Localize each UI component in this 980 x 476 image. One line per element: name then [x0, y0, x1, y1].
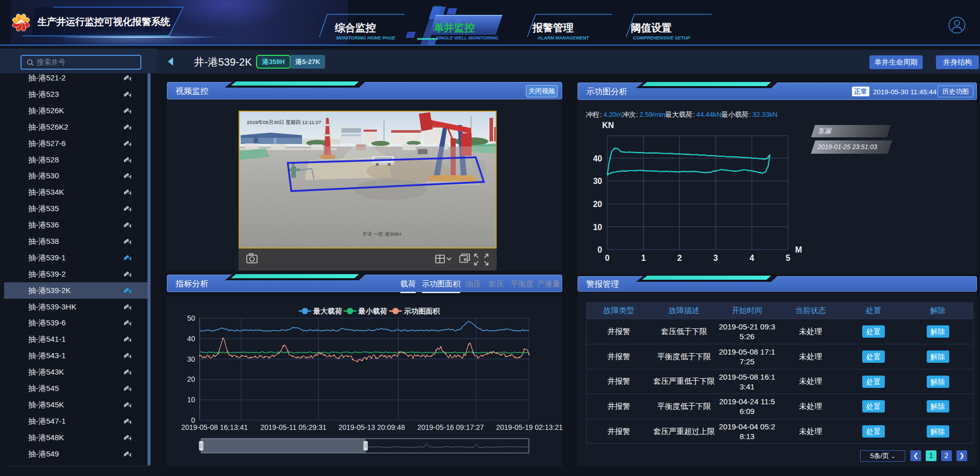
svg-text:2019-05-19 02:13:21: 2019-05-19 02:13:21 [496, 423, 563, 431]
svg-text:0: 0 [598, 245, 602, 254]
svg-text:2019年05月30日 星期四 12:11:27: 2019年05月30日 星期四 12:11:27 [247, 119, 321, 125]
svg-text:20: 20 [593, 200, 602, 209]
svg-text:2019-05-13 20:09:48: 2019-05-13 20:09:48 [338, 423, 405, 431]
svg-text:2019-05-11 05:29:31: 2019-05-11 05:29:31 [261, 423, 327, 431]
svg-text:最大载荷: 最大载荷 [313, 307, 343, 315]
svg-text:KN: KN [602, 121, 614, 130]
svg-text:4: 4 [750, 254, 754, 262]
svg-text:2019-05-16 09:17:27: 2019-05-16 09:17:27 [417, 423, 484, 431]
svg-text:3: 3 [713, 254, 718, 262]
svg-text:10: 10 [187, 396, 195, 404]
svg-text:40: 40 [187, 335, 195, 343]
svg-text:10: 10 [593, 223, 602, 232]
svg-text:30: 30 [593, 177, 602, 185]
svg-text:2: 2 [677, 254, 682, 262]
svg-text:M: M [795, 245, 802, 254]
svg-text:最小载荷: 最小载荷 [358, 307, 388, 315]
svg-text:5: 5 [786, 254, 791, 262]
svg-text:示功图面积: 示功图面积 [403, 307, 440, 315]
svg-text:30: 30 [187, 355, 195, 363]
svg-text:40: 40 [593, 154, 602, 163]
svg-text:不详 一区 港359H: 不详 一区 港359H [363, 231, 401, 237]
svg-text:1: 1 [641, 254, 646, 262]
svg-text:50: 50 [187, 314, 195, 322]
svg-text:20: 20 [187, 375, 195, 383]
svg-text:2019-05-08 16:13:41: 2019-05-08 16:13:41 [181, 423, 248, 431]
svg-text:0: 0 [605, 254, 610, 262]
